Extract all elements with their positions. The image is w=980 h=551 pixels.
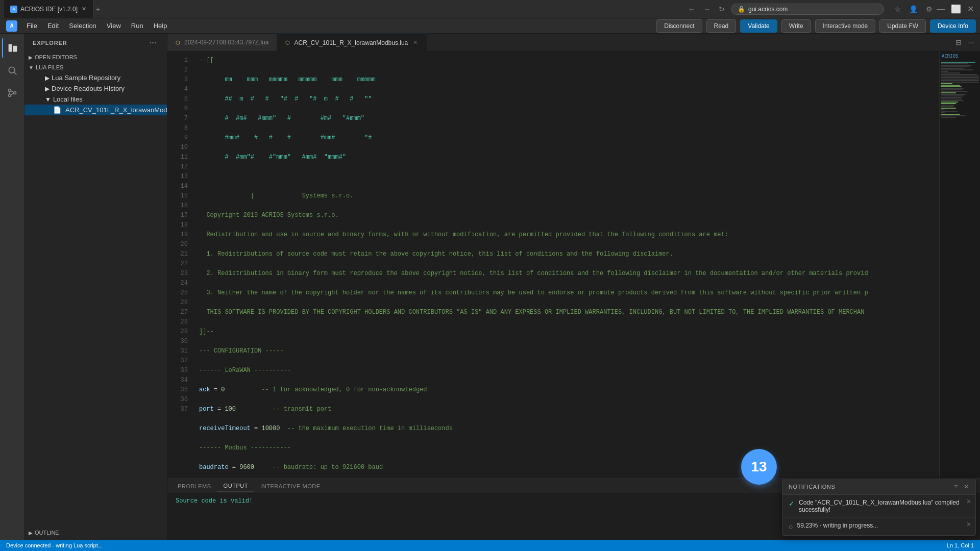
local-files-label: Local files — [53, 95, 83, 103]
tab-bar-actions: ⊟ ··· — [949, 34, 980, 51]
search-activity-icon[interactable] — [2, 60, 22, 81]
activity-bar — [0, 34, 24, 540]
more-tabs-btn[interactable]: ··· — [966, 37, 976, 47]
notification-item-1: ○ 59.23% - writing in progress... ✕ — [782, 518, 975, 535]
editor-tab-0[interactable]: ⬡ 2024-09-27T08:03:43.797Z.lua — [167, 34, 277, 51]
address-lock-icon: 🔒 — [738, 6, 745, 13]
svg-point-2 — [9, 67, 15, 73]
notif-text-0: Code "ACR_CV_101L_R_X_lorawanModbus.lua"… — [799, 499, 969, 513]
output-text: Source code is valid! — [176, 497, 253, 505]
notification-count: 13 — [751, 459, 767, 475]
sidebar-header-icons: ··· — [148, 38, 159, 48]
tab-label-0: 2024-09-27T08:03:43.797Z.lua — [184, 39, 268, 46]
reload-btn[interactable]: ↻ — [717, 3, 727, 15]
lua-files-label: LUA FILES — [36, 64, 63, 70]
sidebar-title: EXPLORER — [33, 40, 67, 46]
open-editors-label: OPEN EDITORS — [35, 54, 77, 60]
menu-help[interactable]: Help — [149, 20, 173, 32]
menu-run[interactable]: Run — [126, 20, 149, 32]
bookmark-btn[interactable]: ☆ — [892, 3, 903, 15]
browser-chrome: A ACRIOS IDE [v1.2.0] ✕ + ← → ↻ 🔒 gui.ac… — [0, 0, 980, 18]
open-editors-header[interactable]: ▶ OPEN EDITORS — [24, 52, 167, 62]
notif-close-1[interactable]: ✕ — [966, 521, 971, 528]
menu-edit[interactable]: Edit — [42, 20, 64, 32]
lua-files-chevron: ▼ — [29, 65, 34, 70]
close-tab-btn[interactable]: ✕ — [81, 5, 87, 13]
browser-tab-active[interactable]: A ACRIOS IDE [v1.2.0] ✕ — [4, 0, 94, 18]
disconnect-button[interactable]: Disconnect — [656, 19, 702, 33]
svg-rect-0 — [8, 44, 12, 52]
notif-filter-icon[interactable]: ≡ — [954, 483, 958, 490]
tab-close-1[interactable]: ✕ — [412, 38, 419, 47]
code-editor[interactable]: 12345 678910 1112131415 1617181920 21222… — [167, 52, 980, 479]
tab-icon-0: ⬡ — [176, 40, 180, 45]
device-info-button[interactable]: Device Info — [930, 19, 976, 33]
forward-btn[interactable]: → — [701, 3, 713, 15]
app-container: A File Edit Selection View Run Help Disc… — [0, 18, 980, 551]
update-fw-button[interactable]: Update FW — [879, 19, 926, 33]
svg-point-6 — [13, 92, 16, 94]
browser-tabs: A ACRIOS IDE [v1.2.0] ✕ + — [4, 0, 682, 18]
menu-file[interactable]: File — [21, 20, 42, 32]
browser-controls: ☆ 👤 ⚙ — [888, 3, 935, 15]
lua-file-icon: 📄 — [53, 106, 61, 114]
tab-favicon: A — [10, 6, 17, 13]
read-button[interactable]: Read — [706, 19, 737, 33]
folder-icon-2: ▶ — [45, 85, 50, 92]
explorer-activity-icon[interactable] — [2, 38, 22, 58]
extensions-btn[interactable]: ⚙ — [924, 3, 935, 15]
menu-view[interactable]: View — [102, 20, 126, 32]
minimap: ACRIOS — [939, 52, 980, 479]
split-editor-btn[interactable]: ⊟ — [953, 37, 964, 47]
open-editors-section: ▶ OPEN EDITORS — [24, 52, 167, 62]
lua-sample-label: Lua Sample Repository — [52, 74, 120, 82]
panel-tab-output[interactable]: OUTPUT — [217, 481, 255, 491]
notif-close-0[interactable]: ✕ — [966, 498, 971, 505]
tab-label-1: ACR_CV_101L_R_X_lorawanModbus.lua — [294, 39, 408, 46]
editor-area: ⬡ 2024-09-27T08:03:43.797Z.lua ⬡ ACR_CV_… — [167, 34, 980, 540]
app-logo: A — [4, 18, 19, 34]
svg-point-5 — [8, 94, 11, 97]
minimize-btn[interactable]: — — [935, 3, 947, 16]
write-button[interactable]: Write — [781, 19, 811, 33]
sidebar-more-icon[interactable]: ··· — [148, 38, 159, 48]
profile-btn[interactable]: 👤 — [907, 3, 920, 15]
editor-tab-1[interactable]: ⬡ ACR_CV_101L_R_X_lorawanModbus.lua ✕ — [277, 34, 427, 51]
tab-title: ACRIOS IDE [v1.2.0] — [20, 6, 78, 13]
outline-header[interactable]: ▶ OUTLINE — [24, 528, 167, 538]
status-right: Ln 1, Col 1 — [947, 542, 974, 548]
notif-close-all-icon[interactable]: ✕ — [964, 483, 969, 490]
sidebar-item-lua-sample[interactable]: ▶ Lua Sample Repository — [24, 72, 167, 83]
menu-selection[interactable]: Selection — [64, 20, 101, 32]
minimap-label: ACRIOS — [940, 52, 980, 61]
notifications-panel: NOTIFICATIONS ≡ ✕ ✓ Code "ACR_CV_101L_R_… — [782, 479, 976, 536]
panel-tab-problems[interactable]: PROBLEMS — [172, 481, 217, 491]
notif-success-icon: ✓ — [789, 499, 795, 508]
folder-icon: ▶ — [45, 74, 50, 82]
svg-line-3 — [14, 72, 16, 75]
new-tab-btn[interactable]: + — [94, 3, 102, 15]
window-controls: — ⬜ ✕ — [935, 2, 976, 16]
notifications-header: NOTIFICATIONS ≡ ✕ — [782, 479, 975, 495]
code-content[interactable]: --[[ mm mmm mmmmm mmmmm mmm mmmmm ## m #… — [193, 52, 939, 479]
source-control-activity-icon[interactable] — [2, 83, 22, 103]
sidebar-item-acr-file[interactable]: 📄 ACR_CV_101L_R_X_lorawanModbus.lua — [24, 105, 167, 115]
outline-chevron: ▶ — [29, 530, 33, 536]
panel-tab-interactive[interactable]: INTERACTIVE MODE — [254, 481, 327, 491]
address-bar[interactable]: 🔒 gui.acrios.com — [731, 4, 884, 15]
tab-icon-1: ⬡ — [285, 40, 290, 45]
maximize-btn[interactable]: ⬜ — [949, 2, 963, 16]
notification-badge[interactable]: 13 — [741, 449, 777, 485]
validate-button[interactable]: Validate — [740, 19, 777, 33]
interactive-mode-button[interactable]: Interactive mode — [815, 19, 876, 33]
sidebar: EXPLORER ··· ▶ OPEN EDITORS ▼ LUA FILES — [24, 34, 167, 540]
sidebar-item-device-readouts[interactable]: ▶ Device Readouts History — [24, 83, 167, 94]
sidebar-item-local-files[interactable]: ▼ Local files — [24, 94, 167, 105]
menu-bar: A File Edit Selection View Run Help Disc… — [0, 18, 980, 34]
lua-files-header[interactable]: ▼ LUA FILES — [24, 62, 167, 72]
close-window-btn[interactable]: ✕ — [965, 2, 976, 16]
back-btn[interactable]: ← — [686, 3, 697, 15]
notif-text-1: 59.23% - writing in progress... — [797, 522, 969, 529]
outline-label: OUTLINE — [35, 530, 59, 536]
device-readouts-label: Device Readouts History — [52, 85, 125, 92]
